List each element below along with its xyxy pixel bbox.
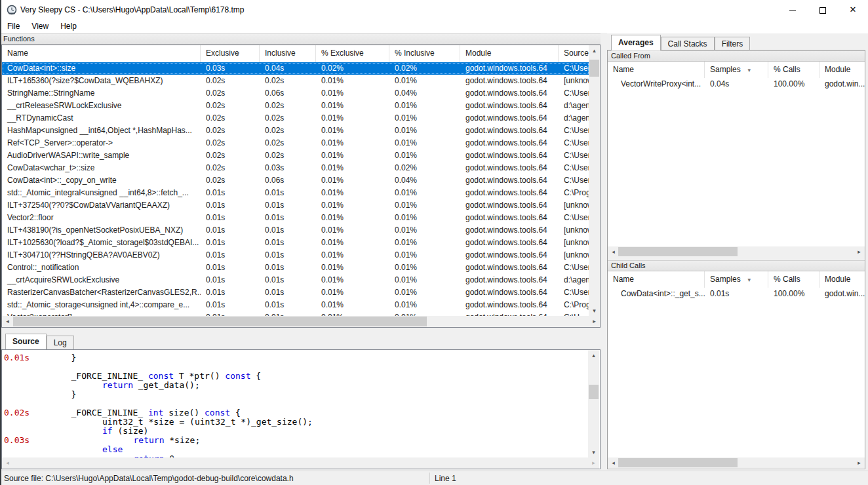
- menu-item-help[interactable]: Help: [54, 20, 83, 33]
- table-row[interactable]: ILT+1025630(?load?$_Atomic_storagel$03st…: [2, 237, 589, 249]
- column-header-module[interactable]: Module: [819, 271, 865, 288]
- table-row[interactable]: ILT+304710(??HStringQEBA?AV0AEBV0Z)0.01s…: [2, 249, 589, 262]
- close-button[interactable]: ✕: [838, 0, 868, 20]
- table-row[interactable]: CowData<wchar_t>::size0.02s0.03s0.01%0.0…: [2, 162, 589, 174]
- column-header-calls[interactable]: % Calls: [768, 271, 819, 288]
- table-row[interactable]: ILT+372540(??0?$CowDataVVariantQEAAXZ)0.…: [2, 199, 589, 212]
- samples-cell: 0.01s: [705, 288, 768, 300]
- pct-exclusive-cell: 0.01%: [316, 137, 389, 149]
- source-line: }: [2, 390, 589, 399]
- table-row[interactable]: RasterizerCanvasBatcher<RasterizerCanvas…: [2, 286, 589, 299]
- child-calls-caption: Child Calls: [608, 260, 865, 271]
- table-row[interactable]: StringName::StringName0.02s0.06s0.01%0.0…: [2, 87, 589, 100]
- scroll-thumb[interactable]: [618, 458, 738, 467]
- menu-item-file[interactable]: File: [1, 20, 26, 33]
- table-row[interactable]: CowData<int>::size0.03s0.04s0.02%0.02%go…: [2, 62, 589, 75]
- exclusive-cell: 0.02s: [201, 137, 260, 149]
- called-from-h-scrollbar[interactable]: ◂ ▸: [608, 246, 865, 257]
- minimize-button[interactable]: [778, 0, 808, 20]
- scroll-down-icon[interactable]: ▾: [589, 305, 600, 316]
- pct-exclusive-cell: 0.01%: [316, 149, 389, 162]
- table-row[interactable]: __crtAcquireSRWLockExclusive0.01s0.01s0.…: [2, 274, 589, 286]
- scroll-thumb[interactable]: [589, 385, 599, 399]
- column-header-name[interactable]: Name: [2, 45, 201, 62]
- name-cell: Vector2::floor: [2, 212, 201, 224]
- source-cell: C:\User: [559, 174, 589, 187]
- table-row[interactable]: HashMap<unsigned __int64,Object *,HashMa…: [2, 125, 589, 137]
- scroll-up-icon[interactable]: ▴: [588, 350, 599, 360]
- functions-h-scrollbar[interactable]: ◂ ▸: [2, 316, 600, 327]
- column-header-samples[interactable]: Samples▾: [705, 271, 768, 288]
- maximize-button[interactable]: [808, 0, 838, 20]
- column-header-exclusive[interactable]: Exclusive▾: [201, 45, 260, 62]
- table-row[interactable]: Vector2::floor0.01s0.01s0.01%0.01%godot.…: [2, 212, 589, 224]
- title-bar[interactable]: Very Sleepy CS - C:\Users\Hugo\AppData\L…: [0, 0, 868, 20]
- tab-call-stacks[interactable]: Call Stacks: [661, 37, 715, 50]
- tab-filters[interactable]: Filters: [715, 37, 751, 50]
- inclusive-cell: 0.01s: [260, 199, 316, 212]
- column-header-name[interactable]: Name: [608, 62, 705, 78]
- column-header-samples[interactable]: Samples▾: [705, 62, 768, 78]
- column-header-name[interactable]: Name: [608, 271, 705, 288]
- column-header-inclusive[interactable]: % Inclusive: [389, 45, 460, 62]
- scroll-left-icon[interactable]: ◂: [2, 316, 13, 326]
- inclusive-cell: 0.06s: [260, 174, 316, 187]
- scroll-thumb[interactable]: [618, 247, 738, 256]
- source-v-scrollbar[interactable]: ▴ ▾: [588, 350, 599, 457]
- functions-v-scrollbar[interactable]: ▴ ▾: [589, 45, 600, 316]
- source-cell: C:\User: [559, 162, 589, 174]
- source-line: if (size): [2, 427, 589, 436]
- name-cell: ILT+165360(?size?$CowData_WQEBAHXZ): [2, 75, 201, 87]
- source-h-scrollbar[interactable]: ◂ ▸: [2, 457, 599, 469]
- inclusive-cell: 0.01s: [260, 274, 316, 286]
- sort-desc-icon: ▾: [747, 62, 751, 78]
- tab-source[interactable]: Source: [5, 334, 47, 349]
- exclusive-cell: 0.02s: [201, 125, 260, 137]
- source-cell: C:\User: [559, 62, 589, 75]
- pct-inclusive-cell: 0.01%: [389, 212, 460, 224]
- table-row[interactable]: Vector2::operator[]0.01s0.01s0.01%0.01%g…: [2, 311, 589, 316]
- name-cell: HashMap<unsigned __int64,Object *,HashMa…: [2, 125, 201, 137]
- name-cell: __crtAcquireSRWLockExclusive: [2, 274, 201, 286]
- status-separator: [429, 473, 430, 484]
- vertical-splitter[interactable]: [601, 33, 607, 471]
- source-cell: [unknow: [559, 199, 589, 212]
- tab-log[interactable]: Log: [47, 336, 74, 349]
- scroll-thumb[interactable]: [589, 60, 599, 77]
- table-row[interactable]: CowData<int>::_get_s...0.01s100.00%godot…: [608, 288, 865, 300]
- child-calls-h-scrollbar[interactable]: ◂ ▸: [608, 457, 865, 468]
- table-row[interactable]: Ref<TCP_Server>::operator->0.02s0.02s0.0…: [2, 137, 589, 149]
- source-cell: d:\agen: [559, 274, 589, 286]
- column-header-module[interactable]: Module: [819, 62, 865, 78]
- pct-exclusive-cell: 0.01%: [316, 286, 389, 299]
- scroll-thumb[interactable]: [13, 317, 427, 326]
- table-row[interactable]: __RTDynamicCast0.02s0.02s0.01%0.01%godot…: [2, 112, 589, 125]
- tab-averages[interactable]: Averages: [611, 35, 661, 50]
- exclusive-cell: 0.02s: [201, 87, 260, 100]
- scroll-right-icon[interactable]: ▸: [589, 316, 600, 326]
- table-row[interactable]: ILT+438190(?is_openNetSocketPosixUEBA_NX…: [2, 224, 589, 237]
- scroll-up-icon[interactable]: ▴: [589, 45, 600, 56]
- column-header-exclusive[interactable]: % Exclusive: [316, 45, 389, 62]
- column-header-inclusive[interactable]: Inclusive: [260, 45, 316, 62]
- horizontal-splitter[interactable]: [0, 328, 602, 334]
- column-header-source[interactable]: Source: [559, 45, 590, 62]
- table-row[interactable]: __crtReleaseSRWLockExclusive0.02s0.02s0.…: [2, 100, 589, 112]
- scroll-right-icon[interactable]: ▸: [854, 246, 865, 257]
- table-row[interactable]: ILT+165360(?size?$CowData_WQEBAHXZ)0.02s…: [2, 75, 589, 87]
- table-row[interactable]: Control::_notification0.01s0.01s0.01%0.0…: [2, 262, 589, 274]
- column-header-module[interactable]: Module: [460, 45, 559, 62]
- scroll-right-icon[interactable]: ▸: [854, 457, 865, 468]
- table-row[interactable]: std::_Atomic_storage<unsigned int,4>::co…: [2, 299, 589, 311]
- scroll-left-icon[interactable]: ◂: [608, 246, 619, 257]
- table-row[interactable]: VectorWriteProxy<int...0.04s100.00%godot…: [608, 78, 865, 90]
- table-row[interactable]: CowData<int>::_copy_on_write0.02s0.06s0.…: [2, 174, 589, 187]
- scroll-down-icon[interactable]: ▾: [588, 447, 599, 457]
- exclusive-cell: 0.02s: [201, 100, 260, 112]
- menu-item-view[interactable]: View: [26, 20, 54, 33]
- pct-inclusive-cell: 0.02%: [389, 62, 460, 75]
- table-row[interactable]: AudioDriverWASAPI::write_sample0.02s0.02…: [2, 149, 589, 162]
- scroll-left-icon[interactable]: ◂: [608, 457, 619, 468]
- table-row[interactable]: std::_Atomic_integral<unsigned __int64,8…: [2, 187, 589, 199]
- column-header-calls[interactable]: % Calls: [768, 62, 819, 78]
